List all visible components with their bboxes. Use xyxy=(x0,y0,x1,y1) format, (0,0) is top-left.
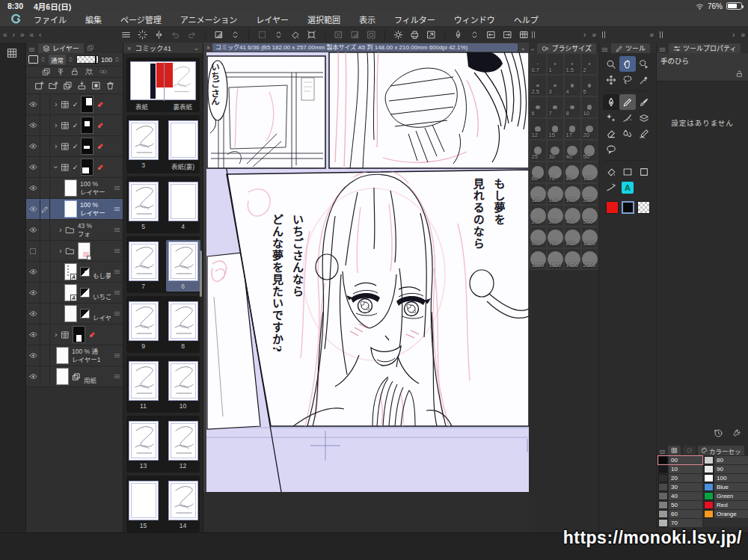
prop-panel-menu-icon[interactable] xyxy=(659,46,666,53)
page-thumb-15[interactable]: 15 xyxy=(126,479,161,531)
tool-hand-selected[interactable] xyxy=(619,56,636,72)
flip-canvas-icon[interactable] xyxy=(154,30,164,40)
page-panel-header[interactable]: × コミック41 ⌄ xyxy=(123,43,203,53)
sub-color-swatch[interactable] xyxy=(622,201,634,214)
text-layer-thumbnail[interactable]: A xyxy=(64,263,77,280)
tool-gradient[interactable] xyxy=(619,164,636,179)
layer-row[interactable]: レイヤー xyxy=(26,304,123,324)
menu-item-7[interactable]: フィルター xyxy=(394,13,435,25)
brush-size-0.7[interactable]: 0.7 xyxy=(530,53,547,75)
tool-fill[interactable] xyxy=(603,164,619,179)
row-menu-icon[interactable] xyxy=(114,289,120,296)
brush-size-2.5[interactable]: 2.5 xyxy=(530,75,547,96)
brush-size-50[interactable]: 50 xyxy=(581,140,598,161)
speech-balloon-text[interactable]: いちごさん xyxy=(209,63,221,127)
layer-thumbnail[interactable] xyxy=(56,347,69,364)
stepper-icon[interactable] xyxy=(470,30,479,40)
deselect-icon[interactable] xyxy=(334,30,343,40)
visibility-eye-icon[interactable] xyxy=(26,304,40,324)
color-set-item-Green[interactable]: Green xyxy=(704,492,748,500)
brush-size-80[interactable]: 80 xyxy=(564,161,581,183)
page-thumbnail[interactable] xyxy=(168,120,198,160)
page-thumbnail[interactable] xyxy=(129,120,159,160)
expand-arrow-icon[interactable]: › xyxy=(55,121,58,129)
expand-arrow-icon[interactable]: › xyxy=(59,247,62,255)
new-folder-icon[interactable] xyxy=(49,81,58,90)
layer-color-thumbnail[interactable] xyxy=(80,309,90,319)
row-menu-icon[interactable] xyxy=(114,206,120,212)
page-item-7[interactable]: 1514 xyxy=(126,476,200,532)
tool-liquify[interactable] xyxy=(636,126,652,141)
color-set-item-10[interactable]: 10 xyxy=(658,465,702,473)
brush-size-150[interactable]: 150 xyxy=(547,183,564,205)
screen-size-icon[interactable] xyxy=(426,30,436,40)
layer-row-paper[interactable]: 用紙 xyxy=(26,366,123,387)
color-set-item-40[interactable]: 40 xyxy=(658,492,702,500)
panel-handle[interactable]: ›» xyxy=(529,27,599,43)
visibility-eye-empty[interactable] xyxy=(26,241,40,261)
brush-size-10[interactable]: 10 xyxy=(581,96,598,118)
page-thumb-7[interactable]: 7 xyxy=(126,240,161,292)
check-icon[interactable]: ✓ xyxy=(73,164,79,171)
new-layer-icon[interactable] xyxy=(34,81,44,90)
import-icon[interactable] xyxy=(486,30,496,40)
brush-size-17[interactable]: 17 xyxy=(564,118,581,140)
page-thumbnail[interactable] xyxy=(168,421,198,461)
layer-thumbnail[interactable] xyxy=(81,117,94,134)
tab-tool[interactable]: ツール xyxy=(611,43,650,53)
visibility-eye-icon[interactable] xyxy=(26,324,40,345)
dialogue-text-right[interactable]: もし夢を 見れるのなら xyxy=(467,178,509,342)
main-color-swatch[interactable] xyxy=(606,201,619,214)
visibility-eye-icon[interactable] xyxy=(26,283,40,303)
page-thumb-11[interactable]: 11 xyxy=(126,360,161,411)
export-icon[interactable] xyxy=(503,30,512,40)
menu-item-3[interactable]: アニメーション xyxy=(180,13,238,25)
collapse-arrow-icon[interactable]: › xyxy=(52,166,60,169)
tool-ruler[interactable] xyxy=(636,110,652,126)
panel-collapse-arrows[interactable]: «›»«‹ xyxy=(3,31,45,39)
grid-view-icon[interactable] xyxy=(519,30,529,40)
color-set-item-30[interactable]: 30 xyxy=(658,483,702,491)
undo-icon[interactable] xyxy=(171,30,180,40)
restore-default-icon[interactable] xyxy=(714,428,723,438)
page-thumb-6[interactable]: 6 xyxy=(166,240,200,292)
visibility-eye-icon[interactable] xyxy=(26,220,40,240)
page-thumb-表紙(裏)[interactable]: 表紙(裏) xyxy=(166,119,200,172)
close-icon[interactable]: × xyxy=(127,44,132,52)
tab-color-circle[interactable] xyxy=(683,446,696,455)
processing-icon[interactable] xyxy=(138,30,147,40)
dialogue-text-left[interactable]: いちごさんなら どんな夢を見たいですか? xyxy=(266,214,307,434)
pen-settings-icon[interactable] xyxy=(453,30,463,40)
tool-frame-border[interactable] xyxy=(636,164,652,179)
page-thumb-4[interactable]: 4 xyxy=(166,180,200,232)
layer-thumbnail[interactable] xyxy=(78,242,91,259)
tool-decoration[interactable] xyxy=(603,110,619,126)
visibility-eye-icon[interactable] xyxy=(26,345,40,366)
color-set-item-50[interactable]: 50 xyxy=(658,501,702,509)
visibility-eye-icon[interactable] xyxy=(26,94,40,114)
brush-size-1200[interactable]: 1200 xyxy=(530,248,547,270)
page-item-4[interactable]: 98 xyxy=(126,296,200,353)
page-thumb-10[interactable]: 10 xyxy=(166,360,200,411)
tool-selection[interactable] xyxy=(619,72,636,87)
page-thumbnail[interactable] xyxy=(129,361,159,401)
brush-size-1[interactable]: 1 xyxy=(547,53,564,75)
brush-size-400[interactable]: 400 xyxy=(564,205,581,227)
menu-item-8[interactable]: ウィンドウ xyxy=(454,13,495,25)
row-menu-icon[interactable] xyxy=(114,227,120,233)
page-thumb-12[interactable]: 12 xyxy=(166,419,200,471)
brush-size-600[interactable]: 600 xyxy=(530,227,547,248)
brush-size-8[interactable]: 8 xyxy=(564,96,581,118)
tool-object[interactable] xyxy=(636,56,652,72)
snap-settings-icon[interactable] xyxy=(393,30,403,40)
unlock-icon[interactable] xyxy=(735,70,744,78)
stepper-icon[interactable] xyxy=(274,30,283,40)
brush-size-170[interactable]: 170 xyxy=(564,183,581,205)
menu-item-4[interactable]: レイヤー xyxy=(256,13,289,25)
layer-thumbnail[interactable] xyxy=(81,96,94,113)
clip-to-layer-icon[interactable] xyxy=(42,67,51,76)
layer-opacity-slider[interactable] xyxy=(76,55,99,64)
expand-arrow-icon[interactable]: › xyxy=(55,100,58,108)
layer-thumbnail[interactable] xyxy=(64,179,77,197)
cover-spread-thumbnail[interactable] xyxy=(130,61,196,100)
